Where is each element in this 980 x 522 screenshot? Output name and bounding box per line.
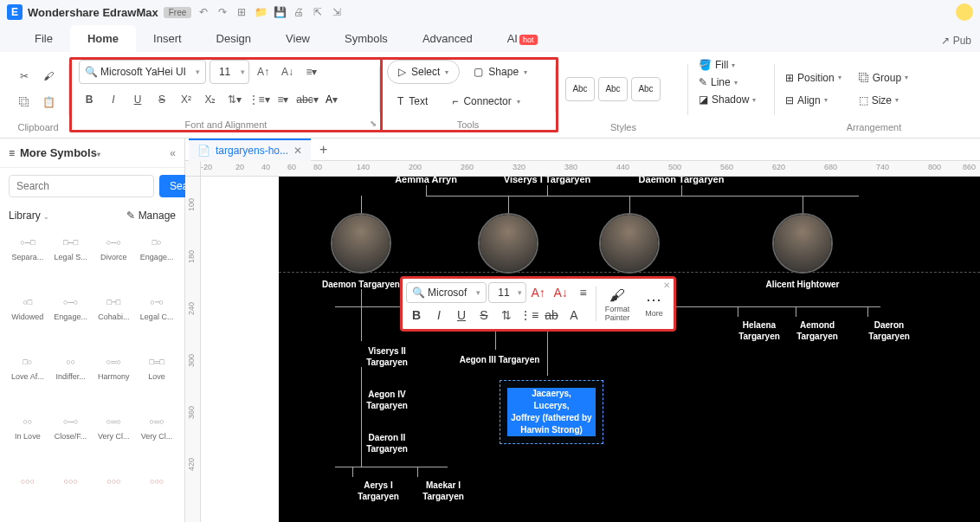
bullets-icon[interactable]: ⋮≡▾ (248, 89, 269, 110)
cut-icon[interactable]: ✂ (14, 66, 35, 87)
line-button[interactable]: ✎ Line▾ (695, 74, 741, 90)
tree-node[interactable]: Viserys I Targaryen (495, 177, 599, 184)
format-painter-button[interactable]: 🖌 FormatPainter (598, 286, 637, 322)
menu-design[interactable]: Design (199, 25, 268, 52)
portrait[interactable] (478, 213, 538, 274)
symbol-item[interactable]: ○═○Very Cl... (136, 409, 177, 467)
import-icon[interactable]: ⇲ (330, 5, 344, 19)
increase-font-icon[interactable]: A↑ (253, 61, 274, 82)
style-preset-3[interactable]: Abc (631, 77, 661, 101)
portrait[interactable] (599, 213, 660, 274)
mini-size-select[interactable]: 11▾ (488, 282, 525, 303)
manage-button[interactable]: ✎ Manage (126, 209, 176, 222)
align-button[interactable]: ⊟ Align▾ (782, 93, 845, 108)
menu-file[interactable]: File (17, 25, 70, 52)
symbol-item[interactable]: ○═○Very Cl... (93, 409, 135, 467)
menu-home[interactable]: Home (70, 25, 136, 52)
symbol-item[interactable]: ○╌○Legal C... (136, 290, 177, 348)
font-size-select[interactable]: 11 ▾ (210, 60, 249, 84)
symbol-item[interactable]: □─□Legal S... (50, 230, 92, 288)
text-effects-icon[interactable]: ab (541, 305, 562, 325)
symbol-item[interactable]: ○─□Separa... (7, 230, 48, 288)
print-icon[interactable]: 🖨 (292, 5, 306, 19)
symbol-item[interactable]: ○○Indiffer... (50, 350, 92, 408)
shadow-button[interactable]: ◪ Shadow▾ (695, 92, 759, 107)
redo-icon[interactable]: ↷ (216, 5, 229, 19)
new-icon[interactable]: ⊞ (235, 5, 248, 19)
menu-view[interactable]: View (268, 25, 327, 52)
tree-node[interactable]: Aemma Arryn (374, 177, 478, 184)
mini-font-select[interactable]: 🔍 Microsof▾ (406, 282, 487, 303)
symbol-item[interactable]: ○○○ (136, 469, 177, 519)
font-color-icon[interactable]: A (564, 305, 584, 325)
align-icon[interactable]: ≡ (573, 282, 594, 303)
select-tool[interactable]: ▷ Select ▾ (387, 60, 460, 84)
group-button[interactable]: ⿻ Group▾ (855, 70, 912, 86)
more-button[interactable]: ⋯ More (638, 290, 670, 318)
symbol-item[interactable]: □○Engage... (136, 230, 177, 288)
paste-icon[interactable]: 📋 (38, 92, 59, 113)
italic-icon[interactable]: I (103, 89, 124, 110)
bold-icon[interactable]: B (79, 89, 100, 110)
symbol-item[interactable]: ○○In Love (7, 409, 48, 467)
text-tool[interactable]: T Text (387, 89, 438, 113)
symbol-item[interactable]: □○Love Af... (7, 350, 48, 408)
symbol-item[interactable]: ○═○Harmony (93, 350, 135, 408)
tree-node[interactable]: DaeronTargaryen (846, 319, 932, 342)
decrease-font-icon[interactable]: A↓ (551, 282, 571, 303)
symbol-item[interactable]: ○─○Close/F... (50, 409, 92, 467)
portrait[interactable] (772, 213, 833, 274)
tree-node[interactable]: Daeron IITargaryen (344, 432, 430, 454)
search-input[interactable] (9, 175, 154, 197)
menu-symbols[interactable]: Symbols (327, 25, 405, 52)
canvas[interactable]: Aemma Arryn Viserys I Targaryen Daemon T… (201, 177, 980, 522)
size-button[interactable]: ⬚ Size▾ (855, 93, 912, 108)
publish-button[interactable]: ↗ Pub (932, 29, 980, 52)
connector-tool[interactable]: ⌐ Connector ▾ (442, 89, 530, 113)
symbol-item[interactable]: ○─○Divorce (93, 230, 135, 288)
symbol-item[interactable]: ○○○ (7, 469, 48, 519)
close-tab-icon[interactable]: ✕ (293, 145, 302, 157)
font-family-select[interactable]: 🔍 Microsoft YaHei UI ▾ (79, 60, 206, 84)
underline-icon[interactable]: U (127, 89, 148, 110)
format-painter-icon[interactable]: 🖌 (38, 66, 59, 87)
portrait[interactable] (331, 213, 391, 274)
tree-node[interactable]: Maekar ITargaryen (400, 480, 487, 502)
export-icon[interactable]: ⇱ (311, 5, 325, 19)
strike-icon[interactable]: S (474, 305, 494, 325)
open-icon[interactable]: 📁 (254, 5, 268, 19)
symbol-item[interactable]: ○□Widowed (7, 290, 48, 348)
increase-font-icon[interactable]: A↑ (528, 282, 549, 303)
tree-node[interactable]: Aegon IVTargaryen (344, 389, 430, 411)
save-icon[interactable]: 💾 (273, 5, 287, 19)
collapse-icon[interactable]: « (170, 147, 176, 159)
menu-insert[interactable]: Insert (136, 25, 199, 52)
text-effects-icon[interactable]: abc▾ (297, 89, 318, 110)
symbol-item[interactable]: □╌□Cohabi... (93, 290, 135, 348)
line-spacing-icon[interactable]: ⇅ (496, 305, 517, 325)
copy-icon[interactable]: ⿻ (14, 92, 35, 113)
strike-icon[interactable]: S (152, 89, 172, 110)
style-preset-1[interactable]: Abc (565, 77, 595, 101)
menu-ai[interactable]: AIhot (490, 25, 555, 52)
symbol-item[interactable]: □═□Love (136, 350, 177, 408)
symbol-item[interactable]: ○○○ (93, 469, 135, 519)
symbol-item[interactable]: ○○○ (50, 469, 92, 519)
undo-icon[interactable]: ↶ (197, 5, 210, 19)
close-icon[interactable]: ✕ (663, 280, 670, 290)
bold-icon[interactable]: B (406, 305, 427, 325)
tree-node[interactable]: Aegon III Targaryen (456, 354, 543, 365)
italic-icon[interactable]: I (429, 305, 449, 325)
tree-node[interactable]: Alicent Hightower (751, 279, 854, 290)
subscript-icon[interactable]: X₂ (200, 89, 221, 110)
underline-icon[interactable]: U (451, 305, 472, 325)
tree-node[interactable]: Viserys IITargaryen (344, 345, 430, 368)
symbol-item[interactable]: ○─○Engage... (50, 290, 92, 348)
add-tab-button[interactable]: + (311, 142, 336, 158)
numbering-icon[interactable]: ≡▾ (273, 89, 293, 110)
library-label[interactable]: Library ⌄ (9, 209, 49, 222)
line-spacing-icon[interactable]: ⇅▾ (224, 89, 245, 110)
decrease-font-icon[interactable]: A↓ (277, 61, 298, 82)
selected-node[interactable]: Jacaerys,Lucerys,Joffrey (fathered byHar… (500, 380, 603, 444)
file-tab[interactable]: 📄 targaryens-ho... ✕ (189, 139, 311, 161)
